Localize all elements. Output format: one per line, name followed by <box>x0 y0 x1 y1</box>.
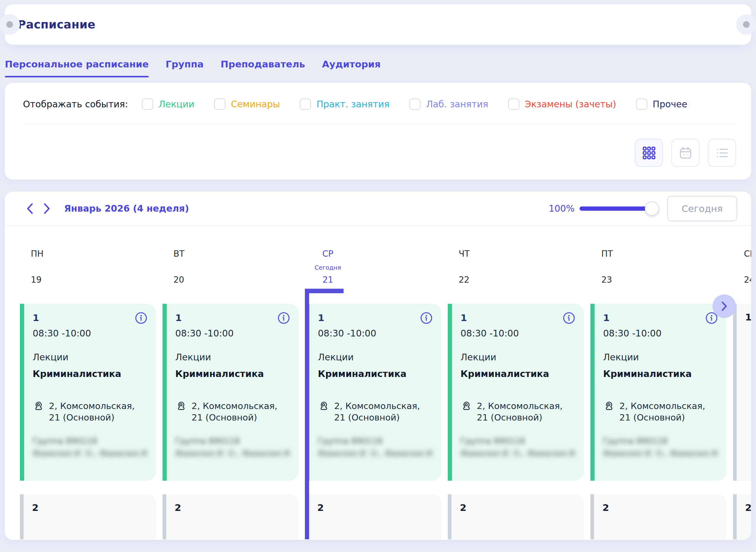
drag-handle-left[interactable] <box>0 14 20 35</box>
day-name: СБ <box>744 249 751 259</box>
day-column: ВТ Сегодня 20 1 08:30 -10:00 Лекции Крим… <box>163 226 305 539</box>
filter-option-label: Практ. занятия <box>316 99 389 110</box>
location-pin-icon <box>33 401 44 412</box>
tab-персональное-расписание[interactable]: Персональное расписание <box>5 59 149 78</box>
slot-number: 1 <box>318 312 325 323</box>
filter-option-label: Прочее <box>653 99 688 110</box>
blurred-group-line: Группа 890118 <box>318 436 433 446</box>
list-view-button[interactable] <box>708 139 736 167</box>
event-card[interactable]: 1 08:30 -10:00 Лекции Криминалистика 2, … <box>590 304 726 480</box>
slot-2: 2 <box>448 494 584 539</box>
slot-number: 1 <box>603 312 610 323</box>
day-date: 21 <box>305 275 351 285</box>
event-card[interactable]: 1 08:30 -10:00 Лекции Криминалистика 2, … <box>305 304 441 480</box>
prev-week-button[interactable] <box>24 200 36 217</box>
filter-option-label: Лаб. занятия <box>426 99 488 110</box>
chevron-right-icon <box>720 300 729 312</box>
filter-option[interactable]: Лекции <box>142 99 195 110</box>
day-date: 19 <box>31 275 42 285</box>
event-type: Лекции <box>318 352 433 363</box>
zoom-percent-label: 100% <box>549 203 575 214</box>
info-icon <box>563 312 575 324</box>
event-subject: Криминалистика <box>33 369 148 379</box>
day-column: ПН Сегодня 19 1 08:30 -10:00 Лекции Крим… <box>20 226 163 539</box>
event-info-button[interactable] <box>563 312 575 324</box>
event-card[interactable]: 1 08:30 -10:00 Лекции Криминалистика 2, … <box>448 304 584 480</box>
filter-option[interactable]: Прочее <box>636 99 688 110</box>
today-button[interactable]: Сегодня <box>667 196 737 221</box>
event-subject: Криминалистика <box>460 369 575 379</box>
drag-handle-right[interactable] <box>736 14 756 35</box>
slot-number: 2 <box>745 502 751 513</box>
event-card[interactable]: 1 08:30 -10:00 Лекции Криминалистика 2, … <box>163 304 299 480</box>
filter-option-label: Семинары <box>231 99 280 110</box>
tab-аудитория[interactable]: Аудитория <box>322 59 381 78</box>
next-week-nav-button[interactable] <box>40 200 53 217</box>
event-type: Лекции <box>33 352 148 363</box>
filter-option[interactable]: Экзамены (зачеты) <box>508 99 616 110</box>
slot-2: 2 <box>163 494 299 539</box>
day-date: 24 <box>744 275 751 285</box>
checkbox[interactable] <box>300 99 311 110</box>
event-location: 2, Комсомольская, 21 (Основной) <box>175 400 290 423</box>
checkbox[interactable] <box>214 99 225 110</box>
filter-option[interactable]: Лаб. занятия <box>409 99 488 110</box>
empty-slot-card[interactable]: 2 <box>590 494 726 539</box>
event-location-text: 2, Комсомольская, 21 (Основной) <box>192 400 290 423</box>
checkbox[interactable] <box>636 99 647 110</box>
blurred-group-line: Группа 890118 <box>33 436 148 446</box>
drag-handle-dot <box>743 21 750 28</box>
day-date: 23 <box>601 275 612 285</box>
slot-2: 2 <box>20 494 156 539</box>
slot-number: 2 <box>317 502 324 513</box>
event-info-button[interactable] <box>277 312 290 324</box>
tab-преподаватель[interactable]: Преподаватель <box>221 59 305 78</box>
nav-right: 100% Сегодня <box>549 196 737 221</box>
event-subject: Криминалистика <box>603 369 718 379</box>
day-date: 22 <box>459 275 469 285</box>
event-info-button[interactable] <box>135 312 148 324</box>
event-time: 08:30 -10:00 <box>460 328 575 338</box>
day-column: ПТ Сегодня 23 1 08:30 -10:00 Лекции Крим… <box>590 226 733 539</box>
schedule-page: Расписание Персональное расписаниеГруппа… <box>0 4 756 552</box>
empty-slot-card[interactable]: 2 <box>20 494 156 539</box>
empty-slot-card[interactable]: 2 <box>733 494 751 539</box>
blurred-teachers-line: Фамилия И. О., Фамилия И. О. <box>603 449 718 458</box>
list-icon <box>715 146 729 160</box>
grid-view-button[interactable] <box>635 139 663 167</box>
day-name: ПТ <box>601 249 613 259</box>
event-time: 08:30 -10:00 <box>175 328 290 338</box>
event-card[interactable]: 1 08:30 -10:00 Лекции Криминалистика 2, … <box>20 304 156 480</box>
today-badge: Сегодня <box>305 264 351 271</box>
blurred-group-line: Группа 890118 <box>175 436 290 446</box>
empty-slot-card[interactable]: 2 <box>163 494 299 539</box>
empty-slot-card[interactable]: 2 <box>448 494 584 539</box>
divider <box>23 124 736 124</box>
slot-number: 1 <box>745 312 751 322</box>
day-name: ЧТ <box>459 249 469 259</box>
zoom-slider-thumb[interactable] <box>645 201 659 216</box>
grid-icon <box>642 146 656 160</box>
slot-2: 2 <box>590 494 726 539</box>
blurred-teachers-line: Фамилия И. О., Фамилия И. О. <box>175 449 290 458</box>
event-info-button[interactable] <box>420 312 433 324</box>
next-week-floating-button[interactable] <box>713 294 736 318</box>
empty-slot-card[interactable]: 2 <box>305 494 441 539</box>
checkbox[interactable] <box>508 99 519 110</box>
tab-группа[interactable]: Группа <box>166 59 204 78</box>
checkbox[interactable] <box>142 99 153 110</box>
filter-card: Отображать события: Лекции Семинары Прак… <box>5 83 751 179</box>
empty-slot-card[interactable]: 1 <box>733 304 751 480</box>
zoom-slider[interactable] <box>580 206 652 211</box>
event-type: Лекции <box>460 352 575 363</box>
today-indicator-line <box>305 289 309 539</box>
slot-number: 2 <box>602 502 609 513</box>
blurred-teachers-line: Фамилия И. О., Фамилия И. О. <box>318 449 433 458</box>
filter-option[interactable]: Практ. занятия <box>300 99 389 110</box>
checkbox[interactable] <box>409 99 421 110</box>
event-location: 2, Комсомольская, 21 (Основной) <box>318 400 433 423</box>
slot-1: 1 08:30 -10:00 Лекции Криминалистика 2, … <box>448 304 584 480</box>
calendar-view-button[interactable] <box>672 139 700 167</box>
filter-option[interactable]: Семинары <box>214 99 280 110</box>
blurred-group-line: Группа 890118 <box>460 436 575 446</box>
